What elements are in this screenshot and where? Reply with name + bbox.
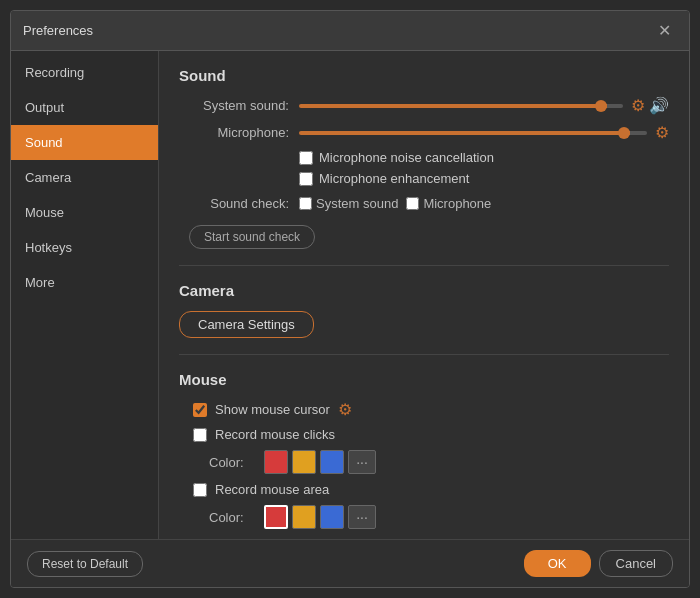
- system-sound-slider[interactable]: [299, 104, 623, 108]
- more-colors-button-1[interactable]: ···: [348, 450, 376, 474]
- camera-section-title: Camera: [179, 282, 669, 299]
- start-sound-check-button[interactable]: Start sound check: [189, 225, 315, 249]
- color-swatch-red-2[interactable]: [264, 505, 288, 529]
- main-content: Recording Output Sound Camera Mouse Hotk…: [11, 51, 689, 539]
- sound-check-options: System sound Microphone: [299, 196, 491, 211]
- system-sound-slider-container: ⚙ 🔊: [299, 96, 669, 115]
- color-swatch-orange-1[interactable]: [292, 450, 316, 474]
- speaker-icon: 🔊: [649, 96, 669, 115]
- noise-cancel-row: Microphone noise cancellation: [299, 150, 669, 165]
- sound-check-mic-label: Microphone: [406, 196, 491, 211]
- more-colors-button-2[interactable]: ···: [348, 505, 376, 529]
- record-area-checkbox[interactable]: [193, 483, 207, 497]
- sound-check-system-checkbox[interactable]: [299, 197, 312, 210]
- title-bar: Preferences ✕: [11, 11, 689, 51]
- sound-check-label: Sound check:: [179, 196, 289, 211]
- sidebar-item-more[interactable]: More: [11, 265, 158, 300]
- sidebar: Recording Output Sound Camera Mouse Hotk…: [11, 51, 159, 539]
- dialog-title: Preferences: [23, 23, 93, 38]
- color-swatch-blue-1[interactable]: [320, 450, 344, 474]
- noise-cancel-label: Microphone noise cancellation: [319, 150, 494, 165]
- color-label-1: Color:: [209, 455, 254, 470]
- sidebar-item-mouse[interactable]: Mouse: [11, 195, 158, 230]
- record-clicks-checkbox-container: Record mouse clicks: [193, 427, 335, 442]
- show-cursor-checkbox[interactable]: [193, 403, 207, 417]
- close-button[interactable]: ✕: [652, 19, 677, 42]
- record-clicks-label: Record mouse clicks: [215, 427, 335, 442]
- sidebar-item-hotkeys[interactable]: Hotkeys: [11, 230, 158, 265]
- record-clicks-row: Record mouse clicks: [179, 427, 669, 442]
- system-sound-label: System sound:: [179, 98, 289, 113]
- system-sound-gear-icon[interactable]: ⚙: [631, 96, 645, 115]
- divider-1: [179, 265, 669, 266]
- microphone-slider[interactable]: [299, 131, 647, 135]
- color-swatch-orange-2[interactable]: [292, 505, 316, 529]
- record-clicks-checkbox[interactable]: [193, 428, 207, 442]
- preferences-dialog: Preferences ✕ Recording Output Sound Cam…: [10, 10, 690, 588]
- sidebar-item-recording[interactable]: Recording: [11, 55, 158, 90]
- color-label-2: Color:: [209, 510, 254, 525]
- camera-settings-button[interactable]: Camera Settings: [179, 311, 314, 338]
- mouse-section-title: Mouse: [179, 371, 669, 388]
- cursor-gear-icon[interactable]: ⚙: [338, 400, 352, 419]
- record-area-checkbox-container: Record mouse area: [193, 482, 329, 497]
- show-cursor-row: Show mouse cursor ⚙: [179, 400, 669, 419]
- footer-right: OK Cancel: [524, 550, 673, 577]
- content-area: Sound System sound: ⚙ 🔊 Microphone: ⚙: [159, 51, 689, 539]
- footer: Reset to Default OK Cancel: [11, 539, 689, 587]
- sound-check-system-label: System sound: [299, 196, 398, 211]
- sidebar-item-output[interactable]: Output: [11, 90, 158, 125]
- microphone-gear-icon[interactable]: ⚙: [655, 123, 669, 142]
- divider-2: [179, 354, 669, 355]
- sidebar-item-sound[interactable]: Sound: [11, 125, 158, 160]
- noise-cancel-checkbox[interactable]: [299, 151, 313, 165]
- sound-check-row: Sound check: System sound Microphone: [179, 196, 669, 211]
- microphone-label: Microphone:: [179, 125, 289, 140]
- sidebar-item-camera[interactable]: Camera: [11, 160, 158, 195]
- enhancement-row: Microphone enhancement: [299, 171, 669, 186]
- reset-button[interactable]: Reset to Default: [27, 551, 143, 577]
- sound-check-mic-checkbox[interactable]: [406, 197, 419, 210]
- show-cursor-checkbox-container: Show mouse cursor ⚙: [193, 400, 352, 419]
- record-area-row: Record mouse area: [179, 482, 669, 497]
- microphone-row: Microphone: ⚙: [179, 123, 669, 142]
- show-cursor-label: Show mouse cursor: [215, 402, 330, 417]
- enhancement-checkbox[interactable]: [299, 172, 313, 186]
- record-area-label: Record mouse area: [215, 482, 329, 497]
- color-row-1: Color: ···: [209, 450, 669, 474]
- color-swatch-red-1[interactable]: [264, 450, 288, 474]
- enhancement-label: Microphone enhancement: [319, 171, 469, 186]
- color-row-2: Color: ···: [209, 505, 669, 529]
- color-swatch-blue-2[interactable]: [320, 505, 344, 529]
- sound-section-title: Sound: [179, 67, 669, 84]
- ok-button[interactable]: OK: [524, 550, 591, 577]
- system-sound-row: System sound: ⚙ 🔊: [179, 96, 669, 115]
- cancel-button[interactable]: Cancel: [599, 550, 673, 577]
- microphone-slider-container: ⚙: [299, 123, 669, 142]
